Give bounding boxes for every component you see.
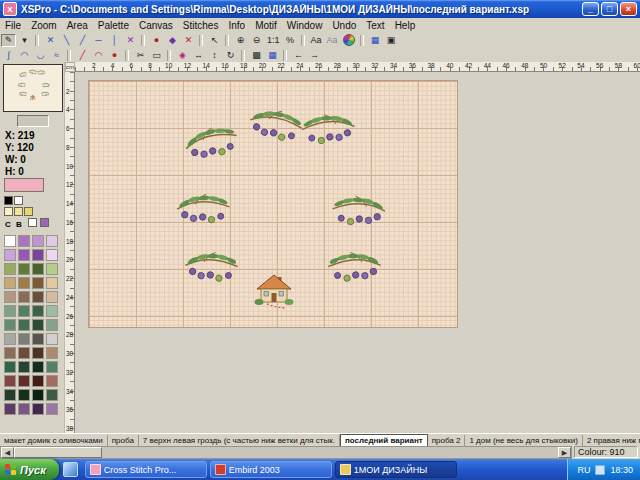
palette-swatch[interactable]: [18, 249, 30, 261]
palette-swatch[interactable]: [32, 347, 44, 359]
menu-stitches[interactable]: Stitches: [178, 20, 224, 31]
palette-swatch[interactable]: [46, 347, 58, 359]
palette-swatch[interactable]: [32, 263, 44, 275]
backstitch-tool[interactable]: ─: [91, 34, 106, 47]
palette-swatch[interactable]: [4, 361, 16, 373]
menu-area[interactable]: Area: [62, 20, 93, 31]
design-tab[interactable]: макет домик с оливочками: [0, 435, 108, 446]
french-knot-tool[interactable]: ●: [149, 34, 164, 47]
palette-swatch[interactable]: [18, 291, 30, 303]
menu-zoom[interactable]: Zoom: [26, 20, 62, 31]
arc-down-tool[interactable]: ◡: [33, 49, 48, 62]
select-arrow-tool[interactable]: ↖: [207, 34, 222, 47]
palette-swatch[interactable]: [4, 389, 16, 401]
design-preview[interactable]: [3, 64, 63, 112]
next-colour-tool[interactable]: →: [307, 49, 322, 62]
palette-swatch[interactable]: [46, 249, 58, 261]
red-knot-tool[interactable]: ●: [107, 49, 122, 62]
text-small-tool[interactable]: Aa: [325, 34, 340, 47]
palette-swatch[interactable]: [46, 319, 58, 331]
pattern-grid-tool[interactable]: ▩: [249, 49, 264, 62]
palette-swatch[interactable]: [4, 277, 16, 289]
cross-stitch-tool[interactable]: ✕: [123, 34, 138, 47]
quarter-stitch-tool[interactable]: ╱: [75, 34, 90, 47]
design-tab[interactable]: 2 правая ниж гр: [583, 435, 640, 446]
bead-tool[interactable]: ◆: [165, 34, 180, 47]
zoom-out-tool[interactable]: ⊖: [249, 34, 264, 47]
colour-wheel-tool[interactable]: [341, 34, 357, 47]
palette-swatch[interactable]: [18, 347, 30, 359]
palette-swatch[interactable]: [18, 361, 30, 373]
palette-swatch[interactable]: [46, 361, 58, 373]
menu-palette[interactable]: Palette: [93, 20, 134, 31]
palette-swatch[interactable]: [4, 263, 16, 275]
palette-swatch[interactable]: [32, 333, 44, 345]
delete-stitch-tool[interactable]: ✕: [181, 34, 196, 47]
palette-swatch[interactable]: [18, 403, 30, 415]
current-colour-swatch[interactable]: [4, 178, 44, 192]
start-button[interactable]: Пуск: [0, 459, 59, 480]
palette-swatch[interactable]: [32, 389, 44, 401]
mirror-horizontal-tool[interactable]: ↔: [191, 49, 206, 62]
menu-undo[interactable]: Undo: [327, 20, 361, 31]
full-stitch-tool[interactable]: ✕: [43, 34, 58, 47]
palette-swatch[interactable]: [46, 375, 58, 387]
palette-swatch[interactable]: [32, 249, 44, 261]
palette-swatch[interactable]: [32, 291, 44, 303]
zoom-in-tool[interactable]: ⊕: [233, 34, 248, 47]
vertical-stitch-tool[interactable]: │: [107, 34, 122, 47]
palette-swatch[interactable]: [32, 305, 44, 317]
palette-swatch[interactable]: [18, 389, 30, 401]
grid-settings-tool[interactable]: ▦: [368, 34, 383, 47]
curve-tool[interactable]: ∫: [1, 49, 16, 62]
pencil-tool[interactable]: ✎: [1, 34, 16, 47]
menu-canvas[interactable]: Canvas: [134, 20, 178, 31]
red-line-tool[interactable]: ╱: [75, 49, 90, 62]
palette-swatch[interactable]: [32, 235, 44, 247]
horizontal-scrollbar[interactable]: ◀ ▶: [0, 446, 572, 459]
minimize-button[interactable]: _: [582, 2, 599, 16]
taskbar-task[interactable]: 1МОИ ДИЗАЙНЫ: [335, 461, 457, 478]
close-button[interactable]: ×: [620, 2, 637, 16]
quick-swatch[interactable]: [4, 196, 13, 205]
palette-swatch[interactable]: [18, 305, 30, 317]
design-tab[interactable]: проба 2: [428, 435, 466, 446]
half-stitch-tool[interactable]: ╲: [59, 34, 74, 47]
pencil-dropdown[interactable]: ▾: [17, 34, 32, 47]
palette-swatch[interactable]: [4, 319, 16, 331]
palette-swatch[interactable]: [46, 277, 58, 289]
menu-motif[interactable]: Motif: [250, 20, 282, 31]
quick-launch-icon[interactable]: [63, 462, 78, 477]
quick-swatch[interactable]: [24, 207, 33, 216]
maximize-button[interactable]: □: [601, 2, 618, 16]
eraser-tool[interactable]: ▭: [149, 49, 164, 62]
zoom-actual-tool[interactable]: 1:1: [265, 34, 282, 47]
palette-swatch[interactable]: [46, 305, 58, 317]
canvas-area[interactable]: [75, 72, 640, 433]
palette-swatch[interactable]: [46, 263, 58, 275]
palette-swatch[interactable]: [18, 319, 30, 331]
red-curve-tool[interactable]: ◠: [91, 49, 106, 62]
palette-swatch[interactable]: [46, 333, 58, 345]
menu-help[interactable]: Help: [390, 20, 421, 31]
tray-icon[interactable]: [595, 465, 605, 475]
preview-navigator[interactable]: [17, 115, 49, 127]
palette-swatch[interactable]: [4, 291, 16, 303]
cb-swatch[interactable]: [28, 218, 37, 227]
zoom-percent-tool[interactable]: %: [283, 34, 298, 47]
palette-swatch[interactable]: [18, 375, 30, 387]
design-tab[interactable]: 1 дом (не весь для стыковки): [465, 435, 583, 446]
palette-swatch[interactable]: [4, 375, 16, 387]
text-tool[interactable]: Aa: [309, 34, 324, 47]
taskbar-task[interactable]: Cross Stitch Pro...: [85, 461, 207, 478]
mirror-vertical-tool[interactable]: ↕: [207, 49, 222, 62]
palette-swatch[interactable]: [18, 277, 30, 289]
stitch-grid[interactable]: [88, 80, 458, 328]
language-indicator[interactable]: RU: [577, 465, 590, 475]
palette-swatch[interactable]: [4, 403, 16, 415]
wave-tool[interactable]: ≈: [49, 49, 64, 62]
menu-info[interactable]: Info: [223, 20, 250, 31]
menu-text[interactable]: Text: [361, 20, 389, 31]
pencil-grid-tool[interactable]: ▦: [265, 49, 280, 62]
arc-up-tool[interactable]: ◠: [17, 49, 32, 62]
